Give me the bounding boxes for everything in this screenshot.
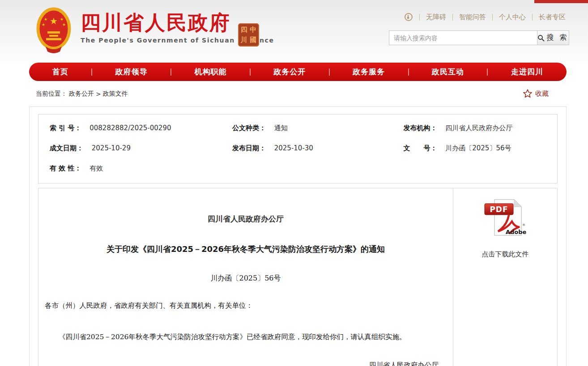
divider xyxy=(532,14,533,21)
pdf-file-icon[interactable]: PDF Adobe ® xyxy=(484,198,527,239)
svg-text:★: ★ xyxy=(44,17,47,21)
seal-char: 四 xyxy=(241,26,247,33)
breadcrumb: 当前位置： 政务公开 > 政策文件 xyxy=(36,90,128,98)
nav-item-government-leaders[interactable]: 政府领导 xyxy=(115,67,148,77)
favorite-button[interactable]: 收藏 xyxy=(523,89,549,98)
document-viewer: 四川省人民政府办公厅 关于印发《四川省2025－2026年秋冬季大气污染防治攻坚… xyxy=(38,188,558,366)
meta-label: 索 引 号： xyxy=(50,124,81,132)
divider xyxy=(91,68,92,76)
meta-value: 2025-10-30 xyxy=(274,144,313,152)
divider xyxy=(452,14,453,21)
search-icon xyxy=(537,34,545,42)
breadcrumb-item-gov-info[interactable]: 政务公开 xyxy=(69,90,94,98)
link-personal-center[interactable]: 个人中心 xyxy=(499,13,526,21)
nav-item-gov-info-disclosure[interactable]: 政务公开 xyxy=(273,67,306,77)
site-header: ★ ★ ★ ★ ★ 四川省人民政府 The People's Governmen… xyxy=(0,0,588,61)
document-org-title: 四川省人民政府办公厅 xyxy=(45,214,447,224)
document-salutation: 各市（州）人民政府，省政府有关部门、有关直属机构，有关单位： xyxy=(45,301,447,311)
svg-text:★: ★ xyxy=(62,22,66,27)
meta-issuing-agency: 发布机构： 四川省人民政府办公厅 xyxy=(392,118,557,138)
audio-accessibility-icon[interactable] xyxy=(404,13,413,21)
svg-text:★: ★ xyxy=(60,17,64,21)
national-emblem-logo: ★ ★ ★ ★ ★ xyxy=(36,6,72,54)
document-content: 四川省人民政府办公厅 关于印发《四川省2025－2026年秋冬季大气污染防治攻坚… xyxy=(38,188,453,366)
document-body-paragraph: 《四川省2025－2026年秋冬季大气污染防治攻坚行动方案》已经省政府同意，现印… xyxy=(45,331,447,343)
download-sidebar: PDF Adobe ® 点击下载此文件 xyxy=(453,188,557,366)
meta-index-number: 索 引 号： 008282882/2025-00290 xyxy=(38,118,221,138)
meta-label: 发布机构： xyxy=(403,124,437,132)
divider xyxy=(487,68,488,76)
meta-publish-date: 发布日期： 2025-10-30 xyxy=(221,138,392,158)
meta-doc-number: 文 号： 川办函〔2025〕56号 xyxy=(392,138,557,158)
download-file-link[interactable]: 点击下载此文件 xyxy=(453,250,557,259)
divider xyxy=(492,14,493,21)
adobe-label: Adobe xyxy=(506,229,527,235)
search-bar: 搜 索 xyxy=(389,30,569,45)
meta-label: 有 效 性： xyxy=(50,164,81,172)
breadcrumb-label: 当前位置： xyxy=(36,90,67,98)
search-button-label: 搜 索 xyxy=(546,33,568,43)
meta-label: 发布日期： xyxy=(232,144,266,152)
divider xyxy=(408,68,409,76)
meta-written-date: 成文日期： 2025-10-29 xyxy=(38,138,221,158)
quick-links-bar: 无障碍 智能问答 个人中心 长者专区 xyxy=(404,13,566,21)
seal-char: 中 xyxy=(250,26,256,33)
svg-text:★: ★ xyxy=(42,22,45,27)
svg-text:®: ® xyxy=(522,223,525,227)
svg-text:★: ★ xyxy=(50,16,58,26)
meta-value: 四川省人民政府办公厅 xyxy=(445,124,512,132)
document-number: 川办函〔2025〕56号 xyxy=(45,274,447,283)
nav-item-home[interactable]: 首页 xyxy=(52,67,68,77)
star-icon xyxy=(523,89,533,98)
pdf-ribbon-label: PDF xyxy=(490,205,508,214)
meta-value: 有效 xyxy=(89,164,103,172)
divider xyxy=(419,14,420,21)
meta-value: 2025-10-29 xyxy=(92,144,131,152)
meta-value: 川办函〔2025〕56号 xyxy=(445,144,511,152)
nav-item-public-interaction[interactable]: 政民互动 xyxy=(432,67,464,77)
content-container: 索 引 号： 008282882/2025-00290 公文种类： 通知 发布机… xyxy=(29,106,567,366)
meta-validity: 有 效 性： 有效 xyxy=(38,158,221,179)
favorite-label: 收藏 xyxy=(535,89,549,98)
breadcrumb-item-policy-files[interactable]: 政策文件 xyxy=(103,90,128,98)
document-meta-table: 索 引 号： 008282882/2025-00290 公文种类： 通知 发布机… xyxy=(38,114,558,183)
divider xyxy=(329,68,330,76)
breadcrumb-separator: > xyxy=(96,90,101,98)
document-signature: 四川省人民政府办公厅 xyxy=(45,361,447,366)
meta-label: 文 号： xyxy=(403,144,437,152)
divider xyxy=(170,68,171,76)
nav-item-institutional-functions[interactable]: 机构职能 xyxy=(195,67,227,77)
link-accessibility[interactable]: 无障碍 xyxy=(426,13,446,21)
search-input[interactable] xyxy=(389,30,537,45)
meta-value: 008282882/2025-00290 xyxy=(89,124,171,132)
meta-label: 公文种类： xyxy=(232,124,266,132)
main-navigation: 首页 政府领导 机构职能 政务公开 政务服务 政民互动 走进四川 xyxy=(29,63,567,81)
nav-item-into-sichuan[interactable]: 走进四川 xyxy=(511,67,543,77)
china-sichuan-seal: 四 中 川 國 xyxy=(238,23,259,47)
meta-doc-type: 公文种类： 通知 xyxy=(221,118,392,138)
divider xyxy=(250,68,251,76)
nav-item-gov-services[interactable]: 政务服务 xyxy=(353,67,385,77)
meta-value: 通知 xyxy=(274,124,288,132)
meta-label: 成文日期： xyxy=(50,144,83,152)
seal-char: 國 xyxy=(250,37,256,43)
seal-char: 川 xyxy=(241,37,247,43)
decorative-red-strip xyxy=(534,0,588,3)
search-button[interactable]: 搜 索 xyxy=(537,30,569,45)
link-smart-qa[interactable]: 智能问答 xyxy=(459,13,486,21)
document-title: 关于印发《四川省2025－2026年秋冬季大气污染防治攻坚行动方案》的通知 xyxy=(45,244,447,255)
link-senior-zone[interactable]: 长者专区 xyxy=(539,13,566,21)
